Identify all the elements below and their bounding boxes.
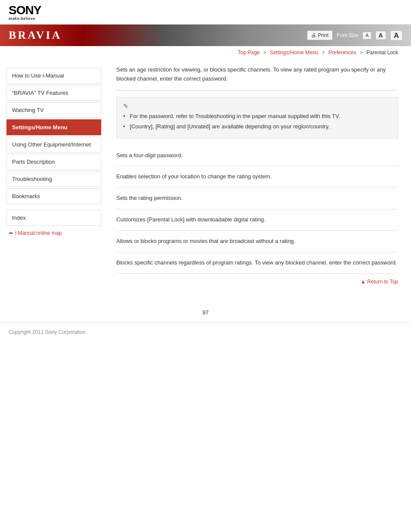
breadcrumb-top-page[interactable]: Top Page (238, 50, 260, 56)
breadcrumb-sep1: > (263, 50, 266, 56)
sidebar-item-settings-home[interactable]: Settings/Home Menu (6, 119, 101, 135)
content-row-rating: Sets the rating permission. (116, 188, 398, 209)
sidebar-item-bookmarks[interactable]: Bookmarks (6, 188, 101, 204)
sidebar-item-using-other[interactable]: Using Other Equipment/Internet (6, 137, 101, 152)
sony-tagline: make.believe (9, 16, 35, 21)
font-size-label: Font Size (337, 32, 359, 38)
bravia-banner: BRAVIA 🖨 Print Font Size A A A (0, 25, 411, 46)
breadcrumb-current: Parental Lock (367, 50, 398, 56)
main-layout: How to Use i-Manual “BRAVIA” TV Features… (0, 59, 411, 303)
sidebar-item-troubleshooting[interactable]: Troubleshooting (6, 171, 101, 187)
sidebar-item-how-to-use[interactable]: How to Use i-Manual (6, 68, 101, 84)
sidebar-item-parts-description[interactable]: Parts Description (6, 154, 101, 170)
content-row-password: Sets a four-digit password. (116, 145, 398, 167)
print-label: Print (318, 32, 329, 38)
imanual-online-map-link[interactable]: ➡ i-Manual online map (6, 230, 101, 236)
breadcrumb-sep3: > (360, 50, 363, 56)
sidebar-item-bravia-features[interactable]: “BRAVIA” TV Features (6, 85, 101, 101)
font-large-button[interactable]: A (390, 31, 402, 40)
page-number: 97 (0, 303, 411, 322)
return-top-label: Return to Top (367, 279, 398, 285)
font-small-button[interactable]: A (363, 32, 371, 39)
note-item-2: [Country], [Rating] and [Unrated] are av… (123, 122, 391, 131)
print-button[interactable]: 🖨 Print (307, 31, 333, 40)
bravia-controls: 🖨 Print Font Size A A A (307, 31, 402, 40)
content-row-unrated: Allows or blocks programs or movies that… (116, 231, 398, 252)
content-row-channels: Blocks specific channels regardless of p… (116, 252, 398, 274)
sony-logo: SONY make.believe (9, 4, 402, 21)
breadcrumb-settings-menu[interactable]: Settings/Home Menu (270, 50, 318, 56)
sidebar-divider (6, 205, 101, 210)
return-to-top: ▲ Return to Top (116, 274, 398, 290)
note-box: ✎ For the password, refer to Troubleshoo… (116, 97, 398, 139)
sony-logo-text: SONY (9, 4, 41, 16)
copyright-text: Copyright 2011 Sony Corporation (9, 329, 85, 335)
content-row-country: Enables selection of your location to ch… (116, 166, 398, 188)
content-intro: Sets an age restriction for viewing, or … (116, 59, 398, 90)
sidebar: How to Use i-Manual “BRAVIA” TV Features… (0, 59, 108, 303)
content-row-digital-rating: Customizes [Parental Lock] with download… (116, 209, 398, 231)
triangle-up-icon: ▲ (361, 279, 367, 285)
breadcrumb-sep2: > (322, 50, 325, 56)
sidebar-item-index[interactable]: Index (6, 210, 101, 226)
page-footer: Copyright 2011 Sony Corporation (0, 322, 411, 342)
return-top-link[interactable]: ▲ Return to Top (361, 279, 398, 285)
imanual-link-label: i-Manual online map (15, 230, 62, 236)
breadcrumb: Top Page > Settings/Home Menu > Preferen… (0, 46, 411, 59)
print-icon: 🖨 (311, 32, 316, 38)
font-medium-button[interactable]: A (376, 31, 386, 40)
note-icon: ✎ (123, 103, 391, 109)
top-header: SONY make.believe (0, 0, 411, 25)
breadcrumb-preferences[interactable]: Preferences (328, 50, 356, 56)
arrow-right-icon: ➡ (9, 230, 13, 236)
note-item-1: For the password, refer to Troubleshooti… (123, 112, 391, 121)
content-area: Sets an age restriction for viewing, or … (108, 59, 411, 303)
sidebar-item-watching-tv[interactable]: Watching TV (6, 102, 101, 118)
bravia-title: BRAVIA (9, 29, 62, 42)
note-list: For the password, refer to Troubleshooti… (123, 112, 391, 131)
